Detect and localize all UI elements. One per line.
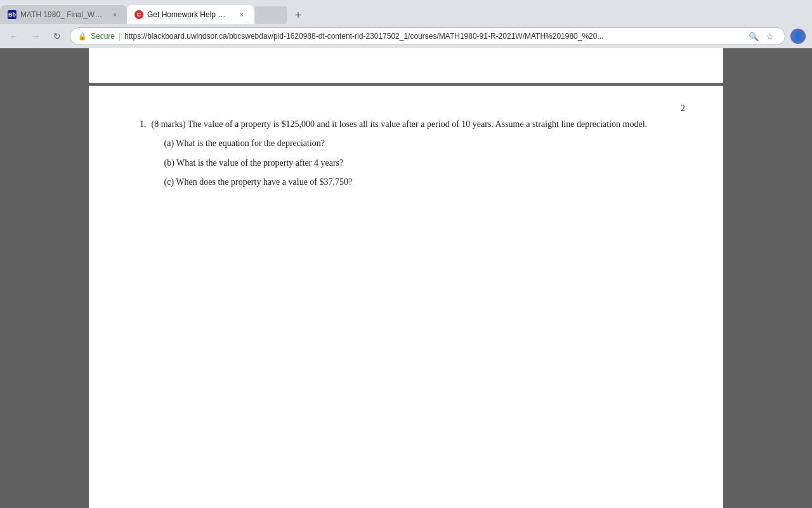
tab-blackboard[interactable]: Bb MATH 1980_ Final_W21.pdf × <box>0 5 127 24</box>
browser-chrome: Bb MATH 1980_ Final_W21.pdf × C Get Home… <box>0 0 812 48</box>
tab-chegg-label: Get Homework Help With Che <box>147 10 231 19</box>
sub-question-b: (b) What is the value of the property af… <box>164 156 673 170</box>
profile-avatar: 👤 <box>790 29 806 44</box>
question-1-body: The value of a property is $125,000 and … <box>188 119 647 129</box>
forward-button[interactable]: → <box>27 27 44 45</box>
url-text: https://blackboard.uwindsor.ca/bbcswebda… <box>124 32 603 41</box>
pdf-page-main: 2 1. (8 marks) The value of a property i… <box>89 86 723 508</box>
search-address-icon[interactable]: 🔍 <box>747 29 761 43</box>
toolbar-right: 👤 <box>789 27 807 45</box>
profile-icon-button[interactable]: 👤 <box>789 27 807 45</box>
question-1-number: 1. <box>140 117 147 190</box>
address-bar[interactable]: 🔒 Secure | https://blackboard.uwindsor.c… <box>70 27 785 45</box>
sub-question-c: (c) When does the property have a value … <box>164 175 673 189</box>
new-tab-button[interactable]: + <box>289 6 307 24</box>
back-button[interactable]: ← <box>5 27 23 45</box>
address-bar-actions: 🔍 ☆ <box>747 29 777 43</box>
tab-bar: Bb MATH 1980_ Final_W21.pdf × C Get Home… <box>0 0 812 24</box>
page-number: 2 <box>681 104 685 114</box>
question-1-text: (8 marks) The value of a property is $12… <box>152 117 673 190</box>
page-content: 2 1. (8 marks) The value of a property i… <box>0 48 812 508</box>
tab-blackboard-close[interactable]: × <box>110 10 119 19</box>
refresh-button[interactable]: ↻ <box>48 27 66 45</box>
sub-question-a: (a) What is the equation for the depreci… <box>164 137 673 150</box>
lock-icon: 🔒 <box>78 32 87 41</box>
pdf-page-top <box>89 48 723 83</box>
blackboard-favicon: Bb <box>8 10 16 19</box>
question-1-marks: (8 marks) <box>152 119 186 129</box>
url-separator: | <box>119 32 121 41</box>
tab-chegg[interactable]: C Get Homework Help With Che × <box>127 5 254 24</box>
star-icon[interactable]: ☆ <box>763 29 777 43</box>
nav-bar: ← → ↻ 🔒 Secure | https://blackboard.uwin… <box>0 24 812 48</box>
tab-blackboard-label: MATH 1980_ Final_W21.pdf <box>20 10 104 19</box>
question-content: 1. (8 marks) The value of a property is … <box>140 117 672 190</box>
question-1: 1. (8 marks) The value of a property is … <box>140 117 672 190</box>
secure-label: Secure <box>91 32 115 41</box>
tab-chegg-close[interactable]: × <box>237 10 246 19</box>
chegg-favicon: C <box>134 10 143 19</box>
tab-stub <box>255 6 287 24</box>
